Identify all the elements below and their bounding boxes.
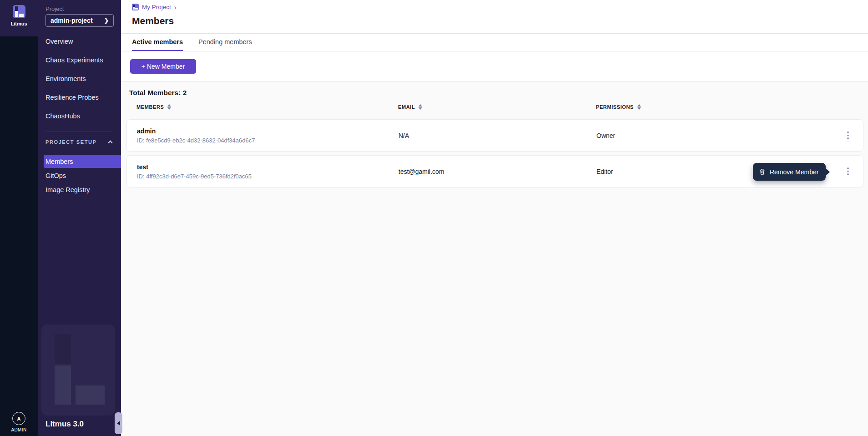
remove-member-label: Remove Member [770, 168, 818, 176]
avatar-letter: A [17, 416, 21, 421]
section-label: PROJECT SETUP [45, 139, 97, 145]
sidebar-item-overview[interactable]: Overview [38, 32, 121, 51]
litmus-watermark-logo [41, 324, 115, 416]
column-header-email: EMAIL [398, 104, 422, 110]
user-menu[interactable]: A ADMIN [0, 412, 38, 432]
row-menu-kebab-icon[interactable] [845, 131, 851, 141]
sidebar-nav: Overview Chaos Experiments Environments … [38, 32, 121, 197]
members-table-section: Total Members: 2 MEMBERS EMAIL PERMISSIO… [121, 81, 868, 436]
user-label: ADMIN [11, 427, 26, 432]
column-label: EMAIL [398, 104, 415, 110]
project-setup-section-header[interactable]: PROJECT SETUP [38, 132, 121, 152]
sort-icon[interactable] [419, 104, 422, 110]
sidebar-collapse-handle[interactable] [115, 412, 122, 434]
sidebar-item-members[interactable]: Members [44, 155, 121, 168]
litmus-logo-block[interactable]: Litmus [0, 0, 38, 36]
member-permission: Owner [596, 132, 615, 139]
column-label: PERMISSIONS [596, 104, 634, 110]
sidebar-item-chaoshubs[interactable]: ChaosHubs [38, 106, 121, 125]
nav-rail: Litmus A ADMIN [0, 0, 38, 436]
member-name: admin [137, 127, 255, 135]
member-name-cell: admin ID: fe8e5cd9-eb2c-4d32-8632-04df34… [137, 127, 255, 144]
sidebar-item-chaos-experiments[interactable]: Chaos Experiments [38, 51, 121, 69]
sidebar-item-label: Image Registry [45, 186, 90, 193]
member-email: N/A [399, 132, 409, 139]
header-divider [121, 33, 868, 34]
member-permission: Editor [596, 168, 613, 175]
tab-active-members[interactable]: Active members [132, 35, 183, 51]
sidebar: Project admin-project ❯ Overview Chaos E… [38, 0, 121, 436]
sidebar-item-gitops[interactable]: GitOps [44, 169, 121, 182]
column-header-members: MEMBERS [136, 104, 171, 110]
total-members-label: Total Members: 2 [129, 89, 187, 97]
main-content: My Project › Members Active members Pend… [121, 0, 868, 436]
app-window: Litmus A ADMIN Project admin-project ❯ O… [0, 0, 868, 436]
sidebar-item-resilience-probes[interactable]: Resilience Probes [38, 88, 121, 106]
breadcrumb-my-project-link[interactable]: My Project [142, 4, 171, 10]
member-email: test@gamil.com [399, 168, 444, 175]
row-menu-kebab-icon[interactable] [845, 167, 851, 177]
project-logo-icon [132, 4, 139, 10]
member-id: ID: 4ff92c3d-d6e7-459c-9ed5-736fd2f0ac65 [137, 173, 252, 180]
sort-icon[interactable] [637, 104, 641, 110]
project-selector[interactable]: admin-project ❯ [45, 14, 114, 27]
remove-member-menu-item[interactable]: Remove Member [753, 163, 826, 181]
sidebar-item-label: Chaos Experiments [45, 56, 103, 64]
avatar[interactable]: A [12, 412, 25, 425]
chevron-up-icon [108, 141, 112, 145]
sidebar-item-label: Members [45, 158, 73, 165]
litmus-logo-icon [13, 5, 25, 18]
sidebar-item-image-registry[interactable]: Image Registry [44, 183, 121, 196]
sidebar-item-label: GitOps [45, 172, 66, 179]
litmus-logo-label: Litmus [10, 21, 27, 26]
breadcrumb: My Project › [132, 4, 177, 10]
trash-icon [759, 168, 766, 175]
new-member-button[interactable]: + New Member [130, 59, 196, 74]
version-label: Litmus 3.0 [45, 420, 84, 429]
column-label: MEMBERS [136, 104, 164, 110]
chevron-right-icon: › [174, 4, 177, 10]
table-header-row: MEMBERS EMAIL PERMISSIONS [121, 104, 868, 114]
sort-icon[interactable] [167, 104, 171, 110]
project-name: admin-project [50, 17, 104, 24]
toolbar: + New Member [121, 51, 868, 81]
sidebar-item-label: ChaosHubs [45, 112, 80, 120]
tab-bar: Active members Pending members [132, 35, 252, 51]
table-row-admin: admin ID: fe8e5cd9-eb2c-4d32-8632-04df34… [126, 119, 863, 152]
chevron-right-icon: ❯ [104, 17, 109, 24]
chevron-left-icon [117, 421, 120, 426]
sidebar-item-label: Resilience Probes [45, 94, 99, 101]
member-id: ID: fe8e5cd9-eb2c-4d32-8632-04df34a6d6c7 [137, 137, 255, 144]
member-name-cell: test ID: 4ff92c3d-d6e7-459c-9ed5-736fd2f… [137, 163, 252, 180]
page-title: Members [132, 15, 174, 26]
project-label: Project [45, 5, 64, 12]
tab-pending-members[interactable]: Pending members [198, 35, 252, 51]
popup-arrow [825, 168, 830, 176]
member-name: test [137, 163, 252, 171]
sidebar-item-label: Environments [45, 75, 86, 82]
column-header-permissions: PERMISSIONS [596, 104, 641, 110]
sidebar-item-environments[interactable]: Environments [38, 69, 121, 88]
sidebar-item-label: Overview [45, 38, 73, 45]
